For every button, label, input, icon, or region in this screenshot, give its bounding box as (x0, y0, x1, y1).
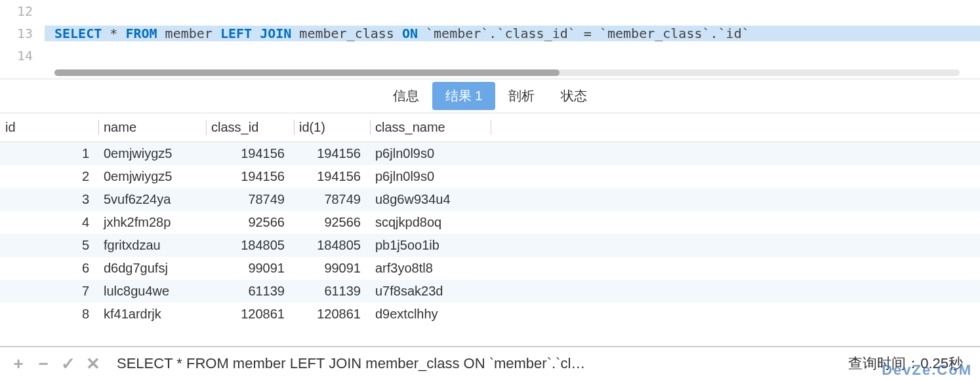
table-row[interactable]: 20emjwiygz5194156194156p6jln0l9s0 (0, 165, 980, 188)
table-row[interactable]: 6d6dg7gufsj9909199091arf3yo8tl8 (0, 257, 980, 280)
cell-id1[interactable]: 194156 (294, 165, 370, 188)
cell-empty (491, 211, 980, 234)
watermark: DevZe.CoM (882, 362, 972, 379)
add-row-icon[interactable]: + (10, 356, 26, 371)
cell-class-id[interactable]: 78749 (206, 188, 294, 211)
cell-class-id[interactable]: 194156 (206, 142, 294, 166)
line-number: 12 (0, 3, 45, 19)
cell-name[interactable]: 0emjwiygz5 (98, 142, 206, 166)
cell-id[interactable]: 2 (0, 165, 98, 188)
tab-profile[interactable]: 剖析 (495, 82, 548, 110)
column-header-name[interactable]: name (98, 113, 206, 142)
cell-class-name[interactable]: p6jln0l9s0 (370, 165, 491, 188)
cell-class-name[interactable]: u8g6w934u4 (370, 188, 491, 211)
cell-class-id[interactable]: 61139 (206, 280, 294, 303)
table-row[interactable]: 4jxhk2fm28p9256692566scqjkpd8oq (0, 211, 980, 234)
cell-name[interactable]: d6dg7gufsj (98, 257, 206, 280)
tab-result-1[interactable]: 结果 1 (432, 82, 496, 110)
column-header-class-name[interactable]: class_name (370, 113, 491, 142)
tab-status[interactable]: 状态 (548, 82, 600, 110)
cell-name[interactable]: 5vuf6z24ya (98, 188, 206, 211)
cell-empty (491, 165, 980, 188)
cell-name[interactable]: 0emjwiygz5 (98, 165, 206, 188)
cancel-icon[interactable]: ✕ (85, 356, 101, 371)
results-table[interactable]: id name class_id id(1) class_name 10emjw… (0, 113, 980, 326)
cell-name[interactable]: fgritxdzau (98, 234, 206, 257)
column-header-empty (491, 113, 980, 142)
cell-class-name[interactable]: u7f8sak23d (370, 280, 491, 303)
cell-id1[interactable]: 92566 (294, 211, 370, 234)
cell-name[interactable]: jxhk2fm28p (98, 211, 206, 234)
cell-class-name[interactable]: arf3yo8tl8 (370, 257, 491, 280)
cell-class-id[interactable]: 99091 (206, 257, 294, 280)
cell-class-id[interactable]: 92566 (206, 211, 294, 234)
status-bar: + − ✓ ✕ SELECT * FROM member LEFT JOIN m… (0, 346, 980, 380)
remove-row-icon[interactable]: − (35, 356, 51, 371)
cell-class-id[interactable]: 184805 (206, 234, 294, 257)
cell-empty (491, 303, 980, 326)
cell-empty (491, 257, 980, 280)
cell-id[interactable]: 4 (0, 211, 98, 234)
horizontal-scrollbar[interactable] (54, 69, 960, 76)
cell-class-id[interactable]: 120861 (206, 303, 294, 326)
cell-class-name[interactable]: d9extclhhy (370, 303, 491, 326)
cell-empty (491, 188, 980, 211)
code-line-selected[interactable]: SELECT * FROM member LEFT JOIN member_cl… (45, 26, 980, 41)
cell-empty (491, 142, 980, 166)
table-row[interactable]: 5fgritxdzau184805184805pb1j5oo1ib (0, 234, 980, 257)
tab-info[interactable]: 信息 (380, 82, 432, 110)
table-row[interactable]: 10emjwiygz5194156194156p6jln0l9s0 (0, 142, 980, 166)
cell-name[interactable]: lulc8gu4we (98, 280, 206, 303)
commit-icon[interactable]: ✓ (60, 356, 76, 371)
line-number: 13 (0, 26, 45, 41)
cell-class-name[interactable]: p6jln0l9s0 (370, 142, 491, 166)
column-header-class-id[interactable]: class_id (206, 113, 294, 142)
cell-id[interactable]: 6 (0, 257, 98, 280)
cell-id1[interactable]: 184805 (294, 234, 370, 257)
result-tabbar: 信息 结果 1 剖析 状态 (0, 79, 980, 113)
cell-id1[interactable]: 78749 (294, 188, 370, 211)
cell-id[interactable]: 1 (0, 142, 98, 166)
cell-class-name[interactable]: scqjkpd8oq (370, 211, 491, 234)
table-row[interactable]: 8kf41ardrjk120861120861d9extclhhy (0, 303, 980, 326)
column-header-id1[interactable]: id(1) (294, 113, 370, 142)
cell-class-id[interactable]: 194156 (206, 165, 294, 188)
cell-class-name[interactable]: pb1j5oo1ib (370, 234, 491, 257)
cell-id[interactable]: 3 (0, 188, 98, 211)
cell-id1[interactable]: 194156 (294, 142, 370, 166)
table-row[interactable]: 7lulc8gu4we6113961139u7f8sak23d (0, 280, 980, 303)
cell-id1[interactable]: 120861 (294, 303, 370, 326)
cell-empty (491, 234, 980, 257)
scrollbar-thumb[interactable] (54, 69, 560, 76)
results-table-wrap: id name class_id id(1) class_name 10emjw… (0, 113, 980, 326)
cell-id1[interactable]: 61139 (294, 280, 370, 303)
cell-id[interactable]: 8 (0, 303, 98, 326)
table-row[interactable]: 35vuf6z24ya7874978749u8g6w934u4 (0, 188, 980, 211)
column-header-id[interactable]: id (0, 113, 98, 142)
sql-editor[interactable]: 12 13 SELECT * FROM member LEFT JOIN mem… (0, 0, 980, 79)
cell-empty (491, 280, 980, 303)
cell-id[interactable]: 7 (0, 280, 98, 303)
cell-id1[interactable]: 99091 (294, 257, 370, 280)
cell-name[interactable]: kf41ardrjk (98, 303, 206, 326)
cell-id[interactable]: 5 (0, 234, 98, 257)
status-query-preview: SELECT * FROM member LEFT JOIN member_cl… (117, 355, 848, 372)
line-number: 14 (0, 48, 45, 64)
